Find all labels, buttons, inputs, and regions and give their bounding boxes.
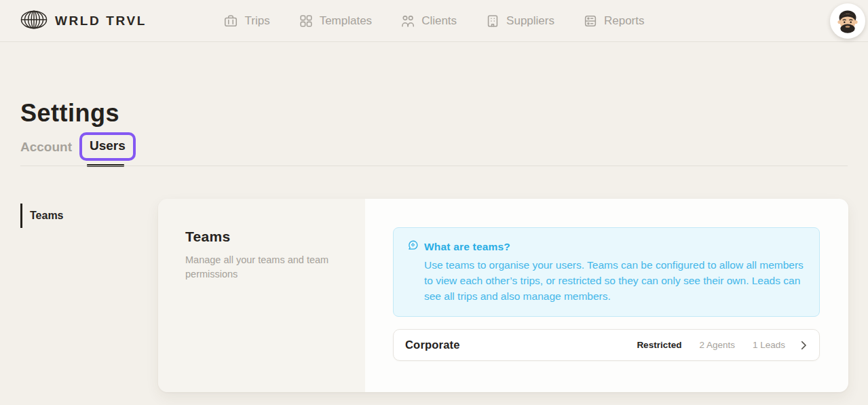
panel-description: Manage all your teams and team permissio… <box>185 253 343 282</box>
info-box-body: Use teams to organise your users. Teams … <box>424 257 806 304</box>
team-agents-count: 2 Agents <box>699 340 735 350</box>
nav-item-templates[interactable]: Templates <box>299 14 372 28</box>
users-icon <box>400 14 415 28</box>
nav-label-templates: Templates <box>320 14 372 28</box>
nav-label-clients: Clients <box>421 14 457 28</box>
sidebar-item-label: Teams <box>30 210 64 222</box>
nav-label-suppliers: Suppliers <box>506 14 554 28</box>
grid-icon <box>299 14 314 28</box>
main-nav: Trips Templates <box>223 14 644 28</box>
sidebar-item-teams[interactable]: Teams <box>20 204 64 228</box>
page-title: Settings <box>20 99 119 128</box>
active-indicator-bar <box>20 204 22 228</box>
brand-name: WRLD TRVL <box>55 14 147 28</box>
teams-panel-content: What are teams? Use teams to organise yo… <box>365 199 848 392</box>
teams-info-box: What are teams? Use teams to organise yo… <box>393 227 820 317</box>
teams-panel-header: Teams Manage all your teams and team per… <box>158 199 365 392</box>
nav-item-clients[interactable]: Clients <box>400 14 457 28</box>
brand-logo[interactable]: WRLD TRVL <box>20 0 147 42</box>
reports-icon <box>583 14 598 28</box>
nav-label-trips: Trips <box>244 14 269 28</box>
message-star-icon <box>407 239 419 254</box>
tabs-divider <box>20 166 848 166</box>
nav-item-suppliers[interactable]: Suppliers <box>485 14 554 28</box>
settings-card: Teams Manage all your teams and team per… <box>158 199 848 392</box>
chevron-right-icon <box>797 339 810 351</box>
team-permission-badge: Restricted <box>637 340 681 350</box>
briefcase-icon <box>223 14 238 28</box>
avatar-image <box>830 3 865 39</box>
panel-title: Teams <box>185 229 342 245</box>
info-box-title: What are teams? <box>424 241 510 253</box>
team-meta: Restricted 2 Agents 1 Leads <box>637 339 810 351</box>
tab-users[interactable]: Users <box>79 132 136 161</box>
building-icon <box>485 14 500 28</box>
nav-item-reports[interactable]: Reports <box>583 14 645 28</box>
globe-logo-icon <box>20 9 48 33</box>
team-name: Corporate <box>405 339 637 351</box>
nav-item-trips[interactable]: Trips <box>223 14 269 28</box>
team-leads-count: 1 Leads <box>753 340 785 350</box>
tab-account[interactable]: Account <box>20 140 72 155</box>
user-avatar[interactable] <box>830 3 865 39</box>
nav-label-reports: Reports <box>604 14 645 28</box>
info-box-header: What are teams? <box>407 239 806 254</box>
top-nav: WRLD TRVL Trips <box>0 0 868 42</box>
team-row-corporate[interactable]: Corporate Restricted 2 Agents 1 Leads <box>393 329 820 361</box>
